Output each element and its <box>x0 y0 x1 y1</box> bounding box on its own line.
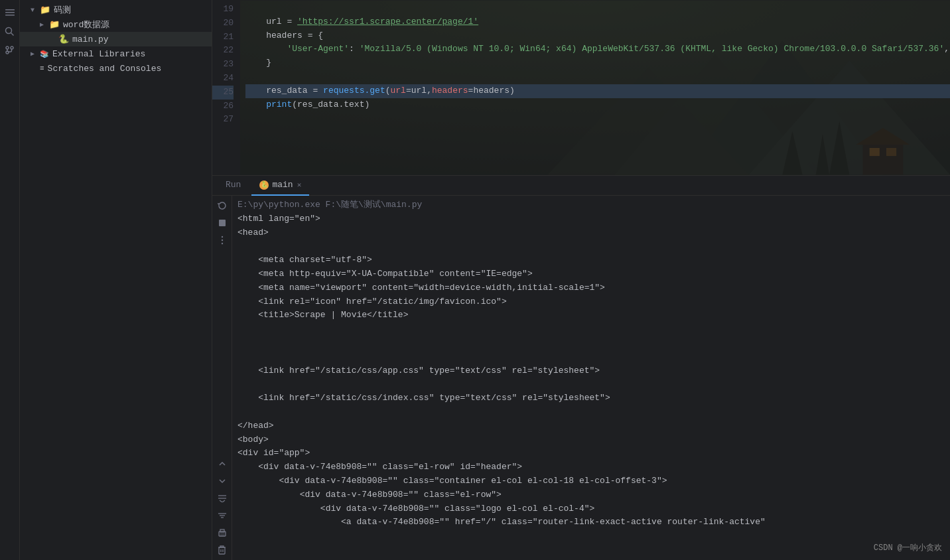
svg-line-4 <box>11 33 14 35</box>
code-line-21: headers = { <box>245 29 950 43</box>
svg-rect-20 <box>219 220 226 226</box>
output-line-12: <link href="/static/css/app.css" type="t… <box>238 364 945 378</box>
scroll-up-button[interactable] <box>215 456 230 471</box>
run-output: E:\py\python.exe F:\随笔\测试\main.py <html … <box>232 196 950 560</box>
output-line-21: <div data-v-74e8b908="" class="el-row"> <box>238 488 945 502</box>
sidebar: ▼ 📁 码测 ▶ 📁 word数据源 🐍 main.py ▶ 📚 Externa… <box>20 0 212 560</box>
sidebar-item-label: Scratches and Consoles <box>48 64 162 74</box>
output-line-7: <link rel="icon" href="/static/img/favic… <box>238 295 945 309</box>
svg-rect-2 <box>5 15 15 16</box>
run-panel-body: E:\py\python.exe F:\随笔\测试\main.py <html … <box>212 196 950 560</box>
scratches-icon: ≡ <box>40 64 44 72</box>
svg-point-23 <box>221 243 222 244</box>
activity-icon-search[interactable] <box>3 24 17 38</box>
output-line-18: <div id="app"> <box>238 447 945 460</box>
sidebar-item-label: 码测 <box>54 4 71 16</box>
output-line-8: <title>Scrape | Movie</title> <box>238 309 945 322</box>
code-line-26: print(res_data.text) <box>245 98 950 112</box>
python-file-icon: 🐍 <box>58 34 69 44</box>
run-panel-tabs: Run 🐍 main ✕ <box>212 176 950 196</box>
close-tab-icon[interactable]: ✕ <box>297 180 302 189</box>
output-line-23: <a data-v-74e8b908="" href="/" class="ro… <box>238 516 945 529</box>
sidebar-item-word[interactable]: ▶ 📁 word数据源 <box>20 17 212 32</box>
sidebar-item-label: word数据源 <box>63 19 109 31</box>
activity-icon-menu[interactable] <box>3 5 17 20</box>
stop-button[interactable] <box>215 216 230 230</box>
activity-bar <box>0 0 20 560</box>
code-line-25: res_data = requests.get(url=url,headers=… <box>245 84 950 98</box>
code-line-20: url = 'https://ssr1.scrape.center/page/1… <box>245 15 950 29</box>
code-line-23: } <box>245 56 950 70</box>
folder-icon: 📁 <box>40 5 50 15</box>
output-line-2: <head> <box>238 226 945 240</box>
output-line-4: <meta charset="utf-8"> <box>238 253 945 267</box>
tab-main-label: main <box>272 180 293 190</box>
activity-icon-git[interactable] <box>3 42 17 57</box>
tab-run-label: Run <box>226 180 241 190</box>
output-line-3 <box>238 240 945 253</box>
output-line-9 <box>238 322 945 336</box>
watermark-text: CSDN @一响小贪欢 <box>874 543 942 553</box>
sidebar-item-label: main.py <box>72 35 109 44</box>
code-line-22: 'User-Agent': 'Mozilla/5.0 (Windows NT 1… <box>245 42 950 56</box>
svg-point-6 <box>11 46 13 49</box>
svg-rect-1 <box>5 12 15 13</box>
run-panel: Run 🐍 main ✕ <box>212 175 950 560</box>
scroll-down-button[interactable] <box>215 474 230 488</box>
tab-main[interactable]: 🐍 main ✕ <box>251 176 309 196</box>
output-line-22: <div data-v-74e8b908="" class="logo el-c… <box>238 502 945 516</box>
scroll-lines-button[interactable] <box>215 491 230 506</box>
output-line-5: <meta http-equiv="X-UA-Compatible" conte… <box>238 267 945 281</box>
tab-run[interactable]: Run <box>218 176 249 196</box>
delete-button[interactable] <box>215 543 230 557</box>
filter-button[interactable] <box>215 508 230 523</box>
restart-button[interactable] <box>215 198 230 213</box>
output-line-14: <link href="/static/css/index.css" type=… <box>238 391 945 405</box>
sidebar-item-external-libs[interactable]: ▶ 📚 External Libraries <box>20 46 212 61</box>
svg-rect-32 <box>219 547 225 554</box>
svg-rect-31 <box>220 533 224 536</box>
library-icon: 📚 <box>40 50 49 58</box>
sidebar-item-mainpy[interactable]: 🐍 main.py <box>20 32 212 46</box>
editor-content: 19 20 21 22 23 24 25 26 27 url = 'https:… <box>212 0 950 175</box>
main-area: 19 20 21 22 23 24 25 26 27 url = 'https:… <box>212 0 950 560</box>
folder-icon: 📁 <box>49 19 60 30</box>
sidebar-item-scratches[interactable]: ≡ Scratches and Consoles <box>20 61 212 76</box>
output-line-16: </head> <box>238 419 945 433</box>
run-left-toolbar <box>212 196 232 560</box>
output-line-19: <div data-v-74e8b908="" class="el-row" i… <box>238 460 945 474</box>
svg-point-3 <box>6 27 12 33</box>
sidebar-item-root[interactable]: ▼ 📁 码测 <box>20 3 212 17</box>
output-line-15 <box>238 405 945 419</box>
svg-point-22 <box>221 240 222 241</box>
python-tab-icon: 🐍 <box>259 180 269 190</box>
output-line-1: <html lang="en"> <box>238 212 945 226</box>
sidebar-tree: ▼ 📁 码测 ▶ 📁 word数据源 🐍 main.py ▶ 📚 Externa… <box>20 0 212 560</box>
output-line-17: <body> <box>238 433 945 447</box>
output-line-10 <box>238 336 945 350</box>
output-line-11 <box>238 350 945 364</box>
arrow-icon: ▶ <box>31 50 40 58</box>
output-line-13 <box>238 378 945 391</box>
print-button[interactable] <box>215 525 230 540</box>
output-line-path: E:\py\python.exe F:\随笔\测试\main.py <box>238 198 945 212</box>
more-button[interactable] <box>215 233 230 247</box>
arrow-icon: ▶ <box>40 21 49 29</box>
watermark: CSDN @一响小贪欢 <box>874 542 942 553</box>
svg-point-21 <box>221 236 222 238</box>
arrow-icon: ▼ <box>31 7 40 14</box>
editor-area: 19 20 21 22 23 24 25 26 27 url = 'https:… <box>212 0 950 175</box>
code-line-27 <box>245 111 950 125</box>
code-line-19 <box>245 1 950 15</box>
code-line-24 <box>245 70 950 84</box>
output-line-6: <meta name="viewport" content="width=dev… <box>238 281 945 295</box>
svg-rect-0 <box>5 9 15 11</box>
code-content: url = 'https://ssr1.scrape.center/page/1… <box>240 0 950 175</box>
sidebar-item-label: External Libraries <box>52 49 145 59</box>
output-line-20: <div data-v-74e8b908="" class="container… <box>238 474 945 488</box>
svg-rect-30 <box>220 529 224 532</box>
line-numbers: 19 20 21 22 23 24 25 26 27 <box>212 0 240 175</box>
